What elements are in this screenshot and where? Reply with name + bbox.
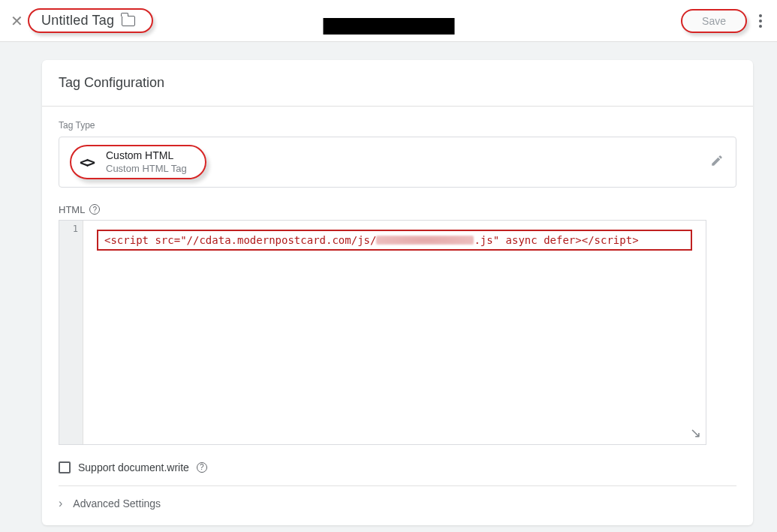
help-icon[interactable]: ? bbox=[197, 462, 207, 473]
header-bar: ✕ Untitled Tag Save bbox=[0, 0, 777, 42]
editor-gutter: 1 bbox=[59, 221, 83, 444]
redacted-region bbox=[323, 18, 454, 35]
tag-type-label: Tag Type bbox=[59, 120, 736, 131]
tag-type-subtitle: Custom HTML Tag bbox=[106, 163, 187, 175]
support-document-write-label: Support document.write bbox=[78, 461, 189, 473]
html-code-editor[interactable]: 1 <script src="//cdata.modernpostcard.co… bbox=[59, 220, 706, 445]
editor-code-area[interactable]: <script src="//cdata.modernpostcard.com/… bbox=[83, 221, 706, 444]
html-section-label: HTML bbox=[59, 204, 85, 215]
card-title: Tag Configuration bbox=[42, 60, 753, 107]
save-button[interactable]: Save bbox=[681, 9, 747, 33]
tag-title-text: Untitled Tag bbox=[41, 13, 114, 29]
code-icon: <> bbox=[76, 152, 97, 173]
tag-title-field[interactable]: Untitled Tag bbox=[28, 8, 153, 33]
chevron-right-icon: › bbox=[59, 497, 62, 510]
tag-type-box: <> Custom HTML Custom HTML Tag bbox=[59, 137, 736, 188]
tag-type-name: Custom HTML bbox=[106, 149, 187, 163]
line-number: 1 bbox=[59, 224, 78, 234]
edit-tag-type-icon[interactable] bbox=[710, 154, 724, 170]
folder-icon[interactable] bbox=[122, 16, 135, 26]
more-menu-icon[interactable] bbox=[754, 10, 766, 32]
support-document-write-checkbox[interactable] bbox=[59, 461, 71, 473]
help-icon[interactable]: ? bbox=[89, 204, 100, 215]
divider bbox=[59, 485, 736, 486]
advanced-settings-toggle[interactable]: › Advanced Settings bbox=[59, 497, 736, 513]
resize-handle-icon[interactable]: ↘ bbox=[690, 425, 701, 441]
advanced-settings-label: Advanced Settings bbox=[73, 497, 161, 509]
close-icon[interactable]: ✕ bbox=[11, 12, 23, 30]
tag-type-selector[interactable]: <> Custom HTML Custom HTML Tag bbox=[70, 145, 206, 179]
tag-configuration-card: Tag Configuration Tag Type <> Custom HTM… bbox=[42, 60, 753, 525]
code-line: <script src="//cdata.modernpostcard.com/… bbox=[97, 230, 692, 251]
redacted-filename bbox=[376, 236, 474, 245]
